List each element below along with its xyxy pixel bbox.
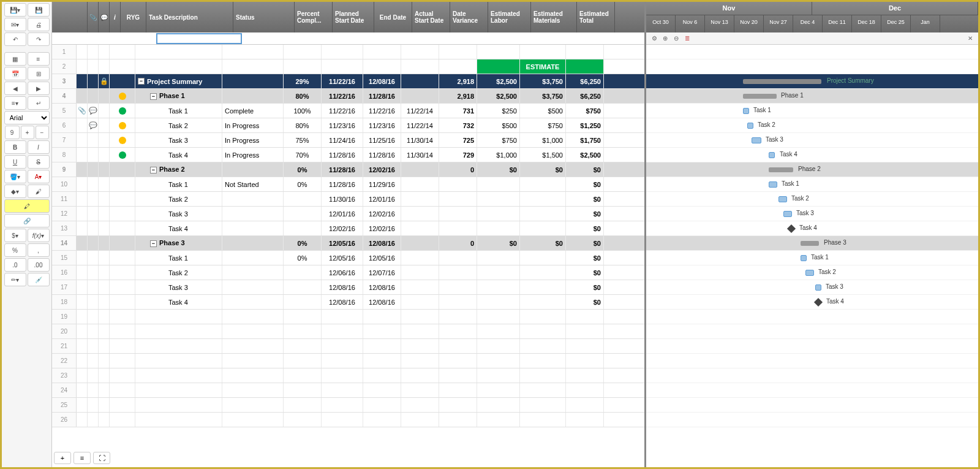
- info-cell[interactable]: [99, 339, 110, 353]
- undo-button[interactable]: ↶: [4, 32, 26, 46]
- attach-cell[interactable]: [77, 354, 88, 368]
- total-cell[interactable]: $750: [566, 104, 604, 118]
- info-cell[interactable]: [99, 45, 110, 59]
- astart-cell[interactable]: [401, 236, 439, 250]
- ryg-cell[interactable]: [110, 207, 135, 221]
- strike-button[interactable]: S: [28, 155, 50, 169]
- sheet-list-button[interactable]: ≡: [74, 452, 91, 464]
- gantt-row[interactable]: Task 3: [646, 280, 978, 295]
- comment-cell[interactable]: [88, 354, 99, 368]
- pstart-cell[interactable]: [322, 413, 363, 427]
- info-cell[interactable]: [99, 118, 110, 132]
- attach-cell[interactable]: [77, 413, 88, 427]
- astart-cell[interactable]: [401, 310, 439, 324]
- info-cell[interactable]: [99, 354, 110, 368]
- astart-cell[interactable]: [401, 177, 439, 191]
- pct-cell[interactable]: [284, 207, 322, 221]
- status-cell[interactable]: Not Started: [222, 177, 284, 191]
- attach-cell[interactable]: [77, 280, 88, 294]
- pend-cell[interactable]: [363, 324, 401, 338]
- var-cell[interactable]: 729: [439, 148, 477, 162]
- info-cell[interactable]: [99, 221, 110, 235]
- task-cell[interactable]: Task 1: [135, 177, 222, 191]
- pstart-cell[interactable]: 12/05/16: [322, 236, 363, 250]
- labor-cell[interactable]: [477, 207, 520, 221]
- comment-cell[interactable]: [88, 59, 99, 74]
- pend-cell[interactable]: [363, 413, 401, 427]
- comment-cell[interactable]: [88, 45, 99, 59]
- comment-cell[interactable]: [88, 162, 99, 177]
- ryg-cell[interactable]: [110, 251, 135, 265]
- mat-cell[interactable]: $3,750: [520, 89, 566, 103]
- ryg-cell[interactable]: [110, 295, 135, 309]
- labor-cell[interactable]: $0: [477, 162, 520, 177]
- currency-button[interactable]: $▾: [4, 229, 26, 242]
- eyedropper-button[interactable]: 💉: [28, 273, 50, 286]
- gantt-bar[interactable]: [778, 196, 787, 202]
- gantt-row[interactable]: [646, 324, 978, 339]
- gantt-row[interactable]: [646, 383, 978, 398]
- row-10[interactable]: 10Task 1Not Started0%11/28/1611/29/16$0: [52, 177, 644, 192]
- row-3[interactable]: 3🔒−Project Summary29%11/22/1612/08/162,9…: [52, 74, 644, 89]
- indent-button[interactable]: ▶: [28, 82, 50, 95]
- attach-cell[interactable]: [77, 251, 88, 265]
- status-cell[interactable]: [222, 236, 284, 250]
- row-20[interactable]: 20: [52, 324, 644, 339]
- total-cell[interactable]: [566, 398, 604, 412]
- mat-cell[interactable]: [520, 207, 566, 221]
- task-cell[interactable]: [135, 339, 222, 353]
- var-cell[interactable]: [439, 265, 477, 280]
- gantt-bar[interactable]: [815, 284, 821, 291]
- gantt-bar[interactable]: [747, 123, 753, 129]
- decimal-decrease-button[interactable]: .0: [4, 258, 26, 272]
- pend-cell[interactable]: 11/23/16: [363, 118, 401, 132]
- comment-cell[interactable]: [88, 133, 99, 147]
- astart-cell[interactable]: [401, 295, 439, 309]
- task-cell[interactable]: [135, 368, 222, 383]
- mat-cell[interactable]: [520, 45, 566, 59]
- zoom-in-icon[interactable]: ⊕: [661, 34, 669, 43]
- pstart-cell[interactable]: 11/30/16: [322, 192, 363, 206]
- status-cell[interactable]: [222, 310, 284, 324]
- pstart-cell[interactable]: [322, 339, 363, 353]
- var-cell[interactable]: [439, 221, 477, 235]
- total-cell[interactable]: $1,750: [566, 133, 604, 147]
- status-cell[interactable]: [222, 221, 284, 235]
- total-cell[interactable]: $0: [566, 162, 604, 177]
- labor-cell[interactable]: $2,500: [477, 74, 520, 88]
- task-cell[interactable]: Task 1: [135, 251, 222, 265]
- labor-cell[interactable]: [477, 177, 520, 191]
- pend-cell[interactable]: [363, 368, 401, 383]
- gantt-row[interactable]: Task 4: [646, 221, 978, 236]
- info-cell[interactable]: [99, 280, 110, 294]
- attach-cell[interactable]: [77, 383, 88, 397]
- pend-cell[interactable]: [363, 339, 401, 353]
- total-cell[interactable]: $6,250: [566, 89, 604, 103]
- labor-cell[interactable]: [477, 339, 520, 353]
- labor-cell[interactable]: [477, 280, 520, 294]
- status-cell[interactable]: [222, 207, 284, 221]
- gantt-row[interactable]: Task 2: [646, 265, 978, 280]
- pct-cell[interactable]: 0%: [284, 177, 322, 191]
- attach-cell[interactable]: [77, 236, 88, 250]
- task-cell[interactable]: [135, 413, 222, 427]
- col-status[interactable]: Status: [233, 2, 295, 32]
- pct-cell[interactable]: 80%: [284, 118, 322, 132]
- status-cell[interactable]: [222, 383, 284, 397]
- attach-cell[interactable]: [77, 398, 88, 412]
- pct-cell[interactable]: 0%: [284, 236, 322, 250]
- text-color-button[interactable]: A▾: [28, 170, 50, 183]
- link-button[interactable]: 🔗: [4, 214, 50, 227]
- info-cell[interactable]: [99, 383, 110, 397]
- col-var[interactable]: Date Variance🔒: [450, 2, 488, 32]
- astart-cell[interactable]: [401, 324, 439, 338]
- total-cell[interactable]: [566, 310, 604, 324]
- astart-cell[interactable]: [401, 354, 439, 368]
- var-cell[interactable]: [439, 398, 477, 412]
- attach-cell[interactable]: [77, 148, 88, 162]
- comment-cell[interactable]: 💬: [88, 104, 99, 118]
- col-mat[interactable]: Estimated Materials: [531, 2, 577, 32]
- pstart-cell[interactable]: 12/08/16: [322, 295, 363, 309]
- pend-cell[interactable]: 12/08/16: [363, 74, 401, 88]
- status-cell[interactable]: [222, 398, 284, 412]
